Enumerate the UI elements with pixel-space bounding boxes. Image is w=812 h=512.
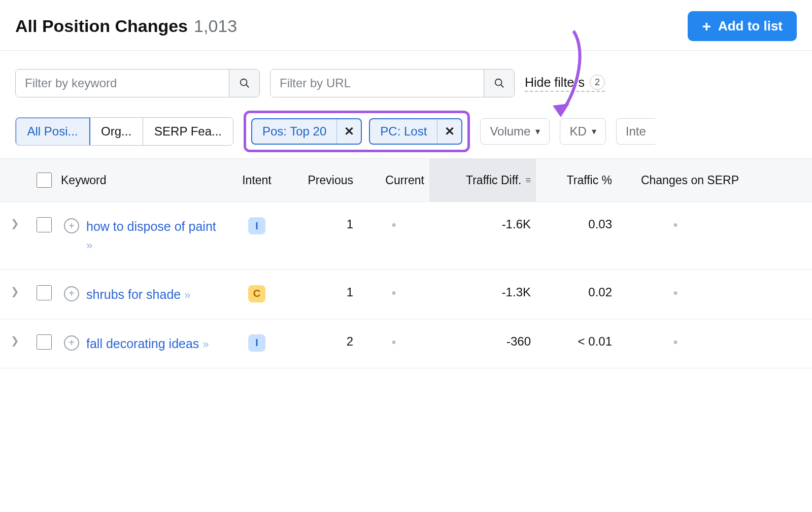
search-icon	[239, 78, 250, 89]
keyword-link[interactable]: fall decorating ideas »	[86, 334, 209, 353]
changes-on-serp-value: •	[617, 217, 744, 233]
previous-position: 1	[287, 285, 358, 299]
volume-filter-dropdown[interactable]: Volume ▾	[480, 118, 550, 145]
chevrons-right-icon: »	[184, 289, 190, 301]
traffic-pct-value: 0.03	[536, 217, 617, 231]
search-icon	[494, 78, 505, 89]
keyword-filter-input[interactable]	[16, 70, 229, 97]
previous-position: 1	[287, 217, 358, 231]
current-position: •	[358, 334, 429, 350]
changes-on-serp-value: •	[617, 334, 744, 350]
previous-position: 2	[287, 334, 358, 349]
traffic-diff-value: -1.6K	[429, 217, 536, 231]
url-searchbox	[270, 69, 515, 97]
add-to-list-button[interactable]: + Add to list	[688, 11, 797, 41]
page-title: All Position Changes	[15, 16, 188, 36]
chip-label: Volume	[490, 124, 530, 139]
row-checkbox[interactable]	[37, 285, 52, 300]
chevrons-right-icon: »	[86, 239, 92, 252]
chip-position-top20: Pos: Top 20 ✕	[251, 118, 362, 145]
chip-pc-lost: PC: Lost ✕	[369, 118, 462, 145]
traffic-pct-value: < 0.01	[536, 334, 617, 349]
table-row: ❯+fall decorating ideas »I2•-360< 0.01•	[0, 319, 812, 368]
add-to-list-label: Add to list	[718, 18, 783, 34]
hide-filters-label: Hide filters	[525, 75, 585, 90]
keyword-link[interactable]: shrubs for shade »	[86, 285, 190, 303]
column-changes-on-serp[interactable]: Changes on SERP	[617, 174, 744, 187]
column-keyword[interactable]: Keyword	[59, 174, 226, 187]
traffic-pct-value: 0.02	[536, 285, 617, 299]
url-search-button[interactable]	[484, 70, 514, 97]
position-type-segments: All Posi... Org... SERP Fea...	[15, 117, 233, 146]
current-position: •	[358, 285, 429, 301]
intent-badge: I	[248, 334, 265, 352]
chip-remove-button[interactable]: ✕	[437, 119, 461, 144]
add-keyword-icon[interactable]: +	[64, 286, 79, 301]
select-all-checkbox[interactable]	[37, 173, 52, 188]
keywords-table: Keyword Intent Previous Current Traffic …	[0, 158, 812, 368]
segment-organic[interactable]: Org...	[89, 118, 143, 145]
row-checkbox[interactable]	[37, 217, 52, 232]
table-row: ❯+shrubs for shade »C1•-1.3K0.02•	[0, 270, 812, 319]
column-traffic-pct[interactable]: Traffic %	[536, 174, 617, 187]
chip-label: Inte	[626, 124, 646, 139]
chip-remove-button[interactable]: ✕	[336, 119, 361, 144]
table-row: ❯+how to dispose of paint »I1•-1.6K0.03•	[0, 202, 812, 270]
svg-line-1	[246, 85, 249, 88]
column-intent[interactable]: Intent	[226, 174, 287, 187]
plus-icon: +	[702, 19, 711, 34]
column-label: Traffic Diff.	[466, 174, 522, 187]
row-checkbox[interactable]	[37, 334, 52, 350]
kd-filter-dropdown[interactable]: KD ▾	[560, 118, 605, 145]
results-count: 1,013	[194, 16, 237, 36]
chip-label: Pos: Top 20	[252, 124, 336, 139]
chip-label: KD	[569, 124, 586, 139]
chevron-down-icon: ▾	[592, 126, 596, 137]
add-keyword-icon[interactable]: +	[64, 218, 79, 233]
column-previous[interactable]: Previous	[287, 174, 358, 187]
keyword-searchbox	[15, 69, 260, 97]
expand-row-icon[interactable]: ❯	[0, 217, 29, 229]
column-current[interactable]: Current	[358, 174, 429, 187]
segment-all-positions[interactable]: All Posi...	[15, 117, 90, 146]
hide-filters-toggle[interactable]: Hide filters 2	[525, 75, 605, 92]
svg-point-0	[240, 79, 247, 86]
segment-serp-features[interactable]: SERP Fea...	[143, 118, 233, 145]
active-filter-count: 2	[590, 75, 605, 90]
intent-filter-dropdown[interactable]: Inte	[616, 118, 655, 145]
expand-row-icon[interactable]: ❯	[0, 334, 29, 347]
chevron-down-icon: ▾	[535, 126, 540, 137]
filter-toolbar: Hide filters 2 All Posi... Org... SERP F…	[0, 51, 812, 158]
svg-line-3	[500, 85, 503, 88]
chip-label: PC: Lost	[370, 124, 437, 139]
traffic-diff-value: -1.3K	[429, 285, 536, 299]
highlighted-filter-chips: Pos: Top 20 ✕ PC: Lost ✕	[244, 111, 470, 152]
url-filter-input[interactable]	[270, 70, 484, 97]
keyword-search-button[interactable]	[229, 70, 259, 97]
column-traffic-diff[interactable]: Traffic Diff. ≡	[429, 159, 536, 201]
intent-badge: I	[248, 217, 265, 234]
traffic-diff-value: -360	[429, 334, 536, 349]
intent-badge: C	[248, 285, 265, 302]
keyword-link[interactable]: how to dispose of paint »	[86, 217, 221, 254]
changes-on-serp-value: •	[617, 285, 744, 301]
page-header: All Position Changes 1,013 + Add to list	[0, 0, 812, 51]
svg-point-2	[495, 79, 501, 86]
add-keyword-icon[interactable]: +	[64, 335, 79, 351]
table-header: Keyword Intent Previous Current Traffic …	[0, 158, 812, 202]
expand-row-icon[interactable]: ❯	[0, 285, 29, 297]
sort-desc-icon: ≡	[525, 175, 531, 186]
current-position: •	[358, 217, 429, 233]
chevrons-right-icon: »	[202, 338, 209, 351]
